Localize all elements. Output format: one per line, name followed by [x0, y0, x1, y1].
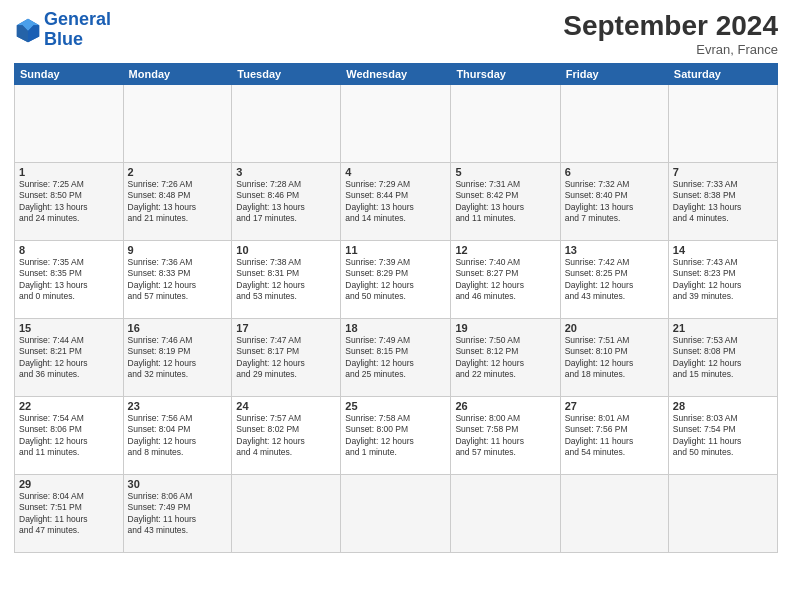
day-number: 22	[19, 400, 119, 412]
week-row-3: 8Sunrise: 7:35 AM Sunset: 8:35 PM Daylig…	[15, 241, 778, 319]
day-number: 7	[673, 166, 773, 178]
col-header-monday: Monday	[123, 64, 232, 85]
title-section: September 2024 Evran, France	[563, 10, 778, 57]
day-number: 27	[565, 400, 664, 412]
day-cell	[451, 475, 560, 553]
day-number: 6	[565, 166, 664, 178]
day-cell: 27Sunrise: 8:01 AM Sunset: 7:56 PM Dayli…	[560, 397, 668, 475]
day-cell	[341, 475, 451, 553]
day-cell: 24Sunrise: 7:57 AM Sunset: 8:02 PM Dayli…	[232, 397, 341, 475]
day-cell	[451, 85, 560, 163]
logo-icon	[14, 16, 42, 44]
day-cell	[560, 85, 668, 163]
day-info: Sunrise: 7:39 AM Sunset: 8:29 PM Dayligh…	[345, 257, 446, 303]
day-cell: 10Sunrise: 7:38 AM Sunset: 8:31 PM Dayli…	[232, 241, 341, 319]
logo-line2: Blue	[44, 29, 83, 49]
day-info: Sunrise: 8:01 AM Sunset: 7:56 PM Dayligh…	[565, 413, 664, 459]
day-cell	[668, 85, 777, 163]
day-cell: 3Sunrise: 7:28 AM Sunset: 8:46 PM Daylig…	[232, 163, 341, 241]
day-cell: 13Sunrise: 7:42 AM Sunset: 8:25 PM Dayli…	[560, 241, 668, 319]
week-row-6: 29Sunrise: 8:04 AM Sunset: 7:51 PM Dayli…	[15, 475, 778, 553]
day-cell: 11Sunrise: 7:39 AM Sunset: 8:29 PM Dayli…	[341, 241, 451, 319]
day-info: Sunrise: 7:57 AM Sunset: 8:02 PM Dayligh…	[236, 413, 336, 459]
day-number: 29	[19, 478, 119, 490]
month-title: September 2024	[563, 10, 778, 42]
calendar-table: SundayMondayTuesdayWednesdayThursdayFrid…	[14, 63, 778, 553]
day-number: 8	[19, 244, 119, 256]
day-number: 28	[673, 400, 773, 412]
day-number: 30	[128, 478, 228, 490]
day-cell: 21Sunrise: 7:53 AM Sunset: 8:08 PM Dayli…	[668, 319, 777, 397]
day-info: Sunrise: 7:53 AM Sunset: 8:08 PM Dayligh…	[673, 335, 773, 381]
day-info: Sunrise: 7:35 AM Sunset: 8:35 PM Dayligh…	[19, 257, 119, 303]
day-number: 14	[673, 244, 773, 256]
day-number: 21	[673, 322, 773, 334]
day-info: Sunrise: 7:32 AM Sunset: 8:40 PM Dayligh…	[565, 179, 664, 225]
day-cell	[15, 85, 124, 163]
day-cell: 6Sunrise: 7:32 AM Sunset: 8:40 PM Daylig…	[560, 163, 668, 241]
day-info: Sunrise: 7:36 AM Sunset: 8:33 PM Dayligh…	[128, 257, 228, 303]
day-cell	[232, 475, 341, 553]
week-row-4: 15Sunrise: 7:44 AM Sunset: 8:21 PM Dayli…	[15, 319, 778, 397]
day-number: 10	[236, 244, 336, 256]
day-info: Sunrise: 7:47 AM Sunset: 8:17 PM Dayligh…	[236, 335, 336, 381]
day-cell: 16Sunrise: 7:46 AM Sunset: 8:19 PM Dayli…	[123, 319, 232, 397]
day-number: 4	[345, 166, 446, 178]
day-cell: 1Sunrise: 7:25 AM Sunset: 8:50 PM Daylig…	[15, 163, 124, 241]
day-cell: 14Sunrise: 7:43 AM Sunset: 8:23 PM Dayli…	[668, 241, 777, 319]
day-info: Sunrise: 7:26 AM Sunset: 8:48 PM Dayligh…	[128, 179, 228, 225]
day-info: Sunrise: 8:06 AM Sunset: 7:49 PM Dayligh…	[128, 491, 228, 537]
logo-line1: General	[44, 9, 111, 29]
day-cell: 8Sunrise: 7:35 AM Sunset: 8:35 PM Daylig…	[15, 241, 124, 319]
week-row-5: 22Sunrise: 7:54 AM Sunset: 8:06 PM Dayli…	[15, 397, 778, 475]
day-cell: 5Sunrise: 7:31 AM Sunset: 8:42 PM Daylig…	[451, 163, 560, 241]
subtitle: Evran, France	[563, 42, 778, 57]
day-cell: 22Sunrise: 7:54 AM Sunset: 8:06 PM Dayli…	[15, 397, 124, 475]
day-info: Sunrise: 7:46 AM Sunset: 8:19 PM Dayligh…	[128, 335, 228, 381]
day-cell: 30Sunrise: 8:06 AM Sunset: 7:49 PM Dayli…	[123, 475, 232, 553]
day-cell: 28Sunrise: 8:03 AM Sunset: 7:54 PM Dayli…	[668, 397, 777, 475]
day-cell: 12Sunrise: 7:40 AM Sunset: 8:27 PM Dayli…	[451, 241, 560, 319]
col-header-friday: Friday	[560, 64, 668, 85]
day-cell	[341, 85, 451, 163]
day-info: Sunrise: 7:50 AM Sunset: 8:12 PM Dayligh…	[455, 335, 555, 381]
day-info: Sunrise: 7:25 AM Sunset: 8:50 PM Dayligh…	[19, 179, 119, 225]
day-info: Sunrise: 8:03 AM Sunset: 7:54 PM Dayligh…	[673, 413, 773, 459]
day-cell: 18Sunrise: 7:49 AM Sunset: 8:15 PM Dayli…	[341, 319, 451, 397]
day-cell: 20Sunrise: 7:51 AM Sunset: 8:10 PM Dayli…	[560, 319, 668, 397]
day-info: Sunrise: 7:56 AM Sunset: 8:04 PM Dayligh…	[128, 413, 228, 459]
day-info: Sunrise: 7:31 AM Sunset: 8:42 PM Dayligh…	[455, 179, 555, 225]
day-cell: 19Sunrise: 7:50 AM Sunset: 8:12 PM Dayli…	[451, 319, 560, 397]
logo-text: General Blue	[44, 10, 111, 50]
week-row-2: 1Sunrise: 7:25 AM Sunset: 8:50 PM Daylig…	[15, 163, 778, 241]
day-info: Sunrise: 8:04 AM Sunset: 7:51 PM Dayligh…	[19, 491, 119, 537]
day-number: 25	[345, 400, 446, 412]
day-info: Sunrise: 8:00 AM Sunset: 7:58 PM Dayligh…	[455, 413, 555, 459]
day-cell	[123, 85, 232, 163]
day-info: Sunrise: 7:40 AM Sunset: 8:27 PM Dayligh…	[455, 257, 555, 303]
day-info: Sunrise: 7:43 AM Sunset: 8:23 PM Dayligh…	[673, 257, 773, 303]
day-number: 15	[19, 322, 119, 334]
day-info: Sunrise: 7:54 AM Sunset: 8:06 PM Dayligh…	[19, 413, 119, 459]
day-cell: 25Sunrise: 7:58 AM Sunset: 8:00 PM Dayli…	[341, 397, 451, 475]
day-number: 24	[236, 400, 336, 412]
col-header-wednesday: Wednesday	[341, 64, 451, 85]
day-number: 12	[455, 244, 555, 256]
day-info: Sunrise: 7:51 AM Sunset: 8:10 PM Dayligh…	[565, 335, 664, 381]
day-number: 18	[345, 322, 446, 334]
day-cell	[560, 475, 668, 553]
logo: General Blue	[14, 10, 111, 50]
day-info: Sunrise: 7:33 AM Sunset: 8:38 PM Dayligh…	[673, 179, 773, 225]
day-cell: 4Sunrise: 7:29 AM Sunset: 8:44 PM Daylig…	[341, 163, 451, 241]
day-cell: 2Sunrise: 7:26 AM Sunset: 8:48 PM Daylig…	[123, 163, 232, 241]
column-headers: SundayMondayTuesdayWednesdayThursdayFrid…	[15, 64, 778, 85]
day-number: 23	[128, 400, 228, 412]
day-cell: 17Sunrise: 7:47 AM Sunset: 8:17 PM Dayli…	[232, 319, 341, 397]
day-number: 13	[565, 244, 664, 256]
day-info: Sunrise: 7:44 AM Sunset: 8:21 PM Dayligh…	[19, 335, 119, 381]
col-header-tuesday: Tuesday	[232, 64, 341, 85]
day-info: Sunrise: 7:28 AM Sunset: 8:46 PM Dayligh…	[236, 179, 336, 225]
day-info: Sunrise: 7:58 AM Sunset: 8:00 PM Dayligh…	[345, 413, 446, 459]
day-cell: 15Sunrise: 7:44 AM Sunset: 8:21 PM Dayli…	[15, 319, 124, 397]
day-number: 16	[128, 322, 228, 334]
